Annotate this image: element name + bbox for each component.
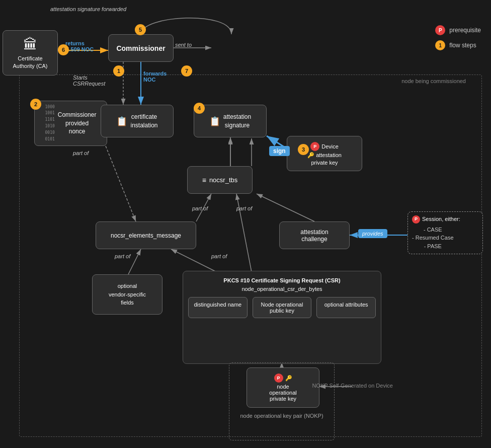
cert-install-label: certificateinstalation [130, 113, 157, 130]
badge-4: 4 [194, 103, 205, 114]
device-attest-line1: Device [321, 143, 339, 150]
part-of-4-label: part of [115, 253, 130, 259]
device-attest-prereq-badge: P [310, 142, 319, 151]
diagram-container: 🏛 Certificate Authority (CA) Commissione… [0, 0, 491, 448]
distinguished-name-box: distinguished name [188, 297, 248, 318]
attest-forwarded-label: attestation signature forwarded [50, 6, 126, 12]
nocsr-elements-label: nocsr_elements_message [111, 232, 181, 239]
sent-to-label: sent to [175, 42, 192, 48]
nocsr-tbs-icon: ≡ [202, 176, 206, 184]
ca-box: 🏛 Certificate Authority (CA) [3, 30, 58, 76]
nokp-dashed-region [229, 362, 335, 440]
attest-sig-icon: 📋 [209, 116, 220, 127]
session-prereq-badge: P [412, 215, 420, 223]
device-attest-box: P Device 🔑 attestation private key [287, 136, 362, 171]
badge-1: 1 [113, 65, 124, 77]
part-of-2-label: part of [192, 205, 208, 211]
vendor-fields-box: optionalvendor-specificfields [92, 274, 162, 315]
legend-flow-label: flow steps [449, 42, 476, 49]
ca-icon: 🏛 [23, 36, 37, 53]
starts-csr-label: StartsCSRRequest [73, 74, 105, 87]
node-being-commissioned-label: node being commissioned [401, 78, 466, 84]
legend-flow: 1 flow steps [435, 40, 481, 50]
ca-label: Certificate [18, 55, 43, 61]
nonce-label: Commissionerprovidednonce [58, 111, 97, 136]
pkcs-outer-box: PKCS #10 Certificate Signing Request (CS… [183, 271, 381, 364]
nocsr-tbs-box: ≡ nocsr_tbs [187, 166, 253, 194]
commissioner-label: Commissioner [116, 44, 165, 52]
nocsr-tbs-label: nocsr_tbs [209, 176, 237, 184]
returns-label: returnsX.509 NOC [65, 40, 94, 52]
forwards-noc-label: forwardsNOC [143, 70, 167, 83]
legend-flow-badge: 1 [435, 40, 445, 50]
attest-sig-box: 📋 attestationsignature [194, 105, 267, 137]
legend-prereq-badge: P [435, 25, 445, 35]
nonce-box: 100010011101101000100101 Commissionerpro… [34, 101, 107, 146]
attest-sig-label: attestationsignature [223, 113, 251, 130]
part-of-5-label: part of [211, 253, 227, 259]
cert-install-box: 📋 certificateinstalation [101, 105, 174, 137]
badge-3: 3 [298, 144, 309, 155]
legend-prereq: P prerequisite [435, 25, 481, 35]
node-pub-key-box: Node operational public key [253, 297, 312, 318]
provides-label: provides [358, 229, 387, 238]
optional-attrs-box: optional attributes [316, 297, 376, 318]
part-of-1-label: part of [73, 150, 89, 156]
badge-6: 6 [58, 44, 69, 55]
commissioner-box: Commissioner [108, 34, 174, 62]
attest-challenge-box: attestationchallenge [279, 221, 350, 249]
part-of-3-label: part of [236, 205, 252, 211]
cert-install-icon: 📋 [116, 116, 127, 127]
legend: P prerequisite 1 flow steps [435, 25, 481, 50]
session-box: P Session, either: - CASE- Resumed Case-… [407, 211, 483, 254]
session-title: Session, either: [422, 215, 460, 223]
pkcs-title: PKCS #10 Certificate Signing Request (CS… [188, 276, 376, 293]
session-items: - CASE- Resumed Case- PASE [412, 226, 454, 251]
nocsr-elements-box: nocsr_elements_message [96, 221, 196, 249]
ca-label2: Authority (CA) [13, 63, 47, 69]
vendor-fields-label: optionalvendor-specificfields [109, 282, 146, 307]
badge-5: 5 [135, 24, 146, 35]
pkcs-inner-row: distinguished name Node operational publ… [188, 297, 376, 318]
badge-2: 2 [30, 99, 41, 110]
device-attest-icon: 🔑 attestation [307, 152, 342, 159]
sign-label: sign [269, 146, 290, 156]
badge-7: 7 [181, 65, 192, 77]
attest-challenge-label: attestationchallenge [300, 229, 328, 243]
legend-prereq-label: prerequisite [449, 27, 481, 34]
device-attest-line3: private key [311, 160, 338, 166]
